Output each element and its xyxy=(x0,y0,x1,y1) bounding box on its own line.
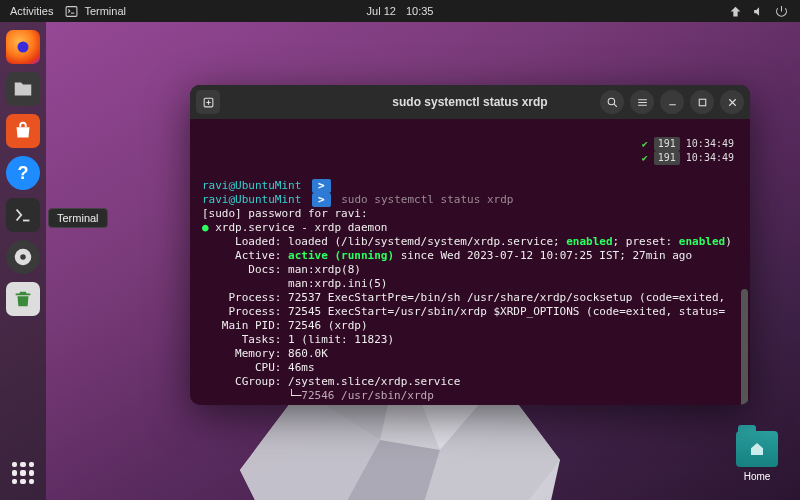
loaded-enabled-1: enabled xyxy=(566,235,612,248)
time-pill-count-1: 191 xyxy=(654,137,680,151)
loaded-mid2: ; preset: xyxy=(613,235,679,248)
loaded-mid1: ; xyxy=(553,235,566,248)
svg-rect-12 xyxy=(699,99,706,106)
topbar-app-indicator[interactable]: Terminal xyxy=(65,5,126,18)
topbar-app-label: Terminal xyxy=(84,5,126,17)
search-button[interactable] xyxy=(600,90,624,114)
hamburger-icon xyxy=(636,96,649,109)
prompt-arrow-icon: > xyxy=(312,179,331,193)
loaded-enabled-2: enabled xyxy=(679,235,725,248)
service-line: xrdp.service - xrdp daemon xyxy=(215,221,387,234)
folder-icon xyxy=(736,431,778,467)
terminal-output[interactable]: ✔19110:34:49 ✔19110:34:49 ravi@UbuntuMin… xyxy=(190,119,750,405)
clock[interactable]: Jul 12 10:35 xyxy=(367,5,434,17)
clock-date: Jul 12 xyxy=(367,5,396,17)
minimize-button[interactable] xyxy=(660,90,684,114)
active-pre: Active: xyxy=(202,249,288,262)
dock-trash[interactable] xyxy=(6,282,40,316)
cpu-line: CPU: 46ms xyxy=(202,361,315,374)
sudo-password-line: [sudo] password for ravi: xyxy=(202,207,368,220)
dock-disc[interactable] xyxy=(6,240,40,274)
svg-rect-0 xyxy=(66,6,77,16)
memory-line: Memory: 860.0K xyxy=(202,347,328,360)
dock-firefox[interactable] xyxy=(6,30,40,64)
dock: ? xyxy=(0,22,46,500)
dock-help[interactable]: ? xyxy=(6,156,40,190)
show-applications-button[interactable] xyxy=(6,456,40,490)
close-button[interactable] xyxy=(720,90,744,114)
firefox-icon xyxy=(12,36,34,58)
terminal-titlebar[interactable]: sudo systemctl status xrdp xyxy=(190,85,750,119)
desktop-home-label: Home xyxy=(736,471,778,482)
trash-icon xyxy=(12,288,34,310)
clock-time: 10:35 xyxy=(406,5,434,17)
desktop-home-folder[interactable]: Home xyxy=(736,431,778,482)
search-icon xyxy=(606,96,619,109)
cgroup-tree-proc: 72546 /usr/sbin/xrdp xyxy=(301,389,433,402)
docs-line-2: man:xrdp.ini(5) xyxy=(202,277,387,290)
dock-terminal[interactable] xyxy=(6,198,40,232)
command-text: sudo systemctl status xrdp xyxy=(341,193,513,206)
svg-point-1 xyxy=(18,42,29,53)
terminal-icon xyxy=(12,204,34,226)
loaded-post: ) xyxy=(725,235,732,248)
power-icon[interactable] xyxy=(775,5,788,18)
process-line-1: Process: 72537 ExecStartPre=/bin/sh /usr… xyxy=(202,291,725,304)
dock-software[interactable] xyxy=(6,114,40,148)
active-post: since Wed 2023-07-12 10:07:25 IST; 27min… xyxy=(394,249,692,262)
docs-line-1: Docs: man:xrdp(8) xyxy=(202,263,361,276)
cgroup-line: CGroup: /system.slice/xrdp.service xyxy=(202,375,460,388)
dock-files[interactable] xyxy=(6,72,40,106)
svg-point-11 xyxy=(608,98,615,105)
time-pill-2: 10:34:49 xyxy=(686,151,734,165)
terminal-scrollbar[interactable] xyxy=(741,289,748,405)
activities-button[interactable]: Activities xyxy=(10,5,53,17)
terminal-icon xyxy=(65,5,78,18)
process-line-2: Process: 72545 ExecStart=/usr/sbin/xrdp … xyxy=(202,305,725,318)
disc-icon xyxy=(12,246,34,268)
close-icon xyxy=(726,96,739,109)
cgroup-tree-pre: └─ xyxy=(202,389,301,402)
prompt-user-2: ravi@UbuntuMint xyxy=(202,193,301,206)
apps-grid-icon xyxy=(12,462,34,484)
mainpid-line: Main PID: 72546 (xrdp) xyxy=(202,319,368,332)
software-store-icon xyxy=(12,120,34,142)
time-pill-1: 10:34:49 xyxy=(686,137,734,151)
tasks-line: Tasks: 1 (limit: 11823) xyxy=(202,333,394,346)
gnome-topbar: Activities Terminal Jul 12 10:35 xyxy=(0,0,800,22)
prompt-arrow-icon: > xyxy=(312,193,331,207)
active-state: active (running) xyxy=(288,249,394,262)
network-icon[interactable] xyxy=(729,5,742,18)
prompt-user-1: ravi@UbuntuMint xyxy=(202,179,301,192)
svg-point-3 xyxy=(20,254,26,260)
minimize-icon xyxy=(666,96,679,109)
loaded-pre: Loaded: loaded ( xyxy=(202,235,341,248)
loaded-path: /lib/systemd/system/xrdp.service xyxy=(341,235,553,248)
time-pill-count-2: 191 xyxy=(654,151,680,165)
volume-icon[interactable] xyxy=(752,5,765,18)
maximize-button[interactable] xyxy=(690,90,714,114)
terminal-window: sudo systemctl status xrdp ✔19110:34:49 … xyxy=(190,85,750,405)
hamburger-menu-button[interactable] xyxy=(630,90,654,114)
window-title: sudo systemctl status xrdp xyxy=(392,95,547,109)
dock-tooltip: Terminal xyxy=(48,208,108,228)
plus-box-icon xyxy=(202,96,215,109)
new-tab-button[interactable] xyxy=(196,90,220,114)
maximize-icon xyxy=(696,96,709,109)
files-icon xyxy=(12,78,34,100)
